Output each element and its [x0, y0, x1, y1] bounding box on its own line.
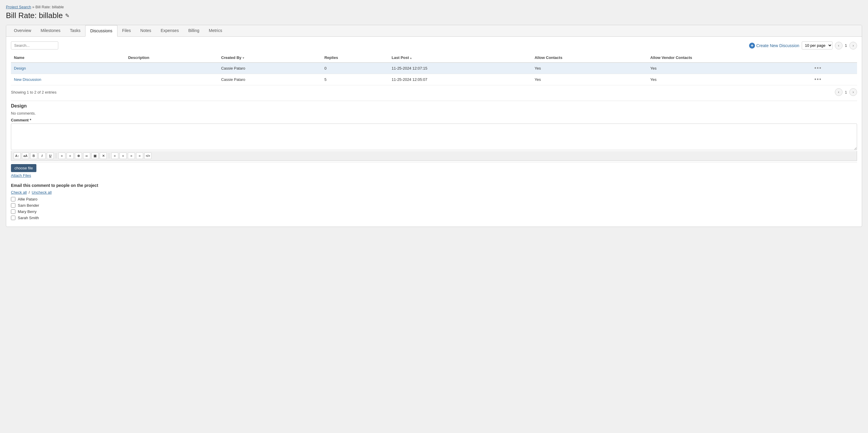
create-discussion-button[interactable]: + Create New Discussion [749, 42, 799, 49]
file-section: choose file Attach Files [11, 162, 857, 179]
check-uncheck-links: Check all / Uncheck all [11, 190, 857, 195]
next-page-button-bottom[interactable]: › [849, 88, 857, 96]
toolbar-align-center-btn[interactable]: ≡ [120, 152, 127, 159]
email-section: Email this comment to people on the proj… [11, 183, 857, 220]
checkbox-allie-pataro[interactable] [11, 197, 16, 201]
toolbar-font-small-btn[interactable]: aA [22, 152, 29, 159]
person-name-sarah-smith: Sarah Smith [18, 215, 39, 220]
toolbar-image-btn[interactable]: ▣ [91, 152, 98, 159]
tab-files[interactable]: Files [118, 25, 136, 37]
row-actions[interactable]: ••• [811, 62, 857, 74]
toolbar-list2-btn[interactable]: ≡ [67, 152, 74, 159]
toolbar-separator-1 [56, 153, 56, 158]
choose-file-button[interactable]: choose file [11, 164, 36, 172]
toolbar-underline-btn[interactable]: U [47, 152, 54, 159]
table-row: New Discussion Cassie Pataro 5 11-25-202… [11, 74, 857, 85]
toolbar-font-size-btn[interactable]: A↕ [13, 152, 21, 159]
toolbar-link-btn[interactable]: ⊕ [75, 152, 82, 159]
toolbar-list-btn[interactable]: ≡ [58, 152, 65, 159]
table-body: Design Cassie Pataro 0 11-25-2024 12:07:… [11, 62, 857, 85]
attach-files-link[interactable]: Attach Files [11, 173, 857, 178]
toolbar-separator-2 [109, 153, 109, 158]
toolbar-code-btn[interactable]: </> [144, 152, 152, 159]
breadcrumb-project-search[interactable]: Project Search [6, 5, 31, 9]
prev-page-button-top[interactable]: ‹ [835, 42, 842, 50]
tab-discussions[interactable]: Discussions [85, 25, 118, 37]
row-last-post: 11-25-2024 12:05:07 [389, 74, 532, 85]
row-last-post: 11-25-2024 12:07:15 [389, 62, 532, 74]
entries-info-text: Showing 1 to 2 of 2 entries [11, 90, 57, 94]
sort-arrow-last-post: ▴ [410, 56, 411, 60]
toolbar-align-justify-btn[interactable]: ≡ [136, 152, 143, 159]
row-actions-icon[interactable]: ••• [814, 77, 822, 82]
toolbar-italic-btn[interactable]: I [38, 152, 45, 159]
uncheck-all-link[interactable]: Uncheck all [32, 190, 52, 195]
row-replies: 0 [321, 62, 389, 74]
search-input[interactable] [11, 41, 58, 50]
row-actions-icon[interactable]: ••• [814, 65, 822, 71]
row-allow-vendor-contacts: Yes [647, 74, 811, 85]
tab-overview[interactable]: Overview [9, 25, 36, 37]
toolbar-clear-btn[interactable]: ✕ [100, 152, 107, 159]
current-page-bottom: 1 [844, 90, 848, 94]
toolbar-bold-btn[interactable]: B [30, 152, 37, 159]
comment-textarea[interactable] [11, 123, 857, 150]
breadcrumb-current: Bill Rate: billable [35, 5, 64, 9]
breadcrumb-separator: » [32, 5, 34, 9]
row-allow-vendor-contacts: Yes [647, 62, 811, 74]
col-allow-contacts[interactable]: Allow Contacts [532, 53, 647, 62]
tab-metrics[interactable]: Metrics [204, 25, 227, 37]
discussion-detail: Design No comments. Comment * A↕ aA B I … [11, 101, 857, 220]
col-name[interactable]: Name [11, 53, 125, 62]
toolbar-unlink-btn[interactable]: ∞ [83, 152, 90, 159]
table-row: Design Cassie Pataro 0 11-25-2024 12:07:… [11, 62, 857, 74]
col-last-post[interactable]: Last Post ▴ [389, 53, 532, 62]
table-header: Name Description Created By ▾ Replies [11, 53, 857, 62]
next-page-button-top[interactable]: › [849, 42, 857, 50]
col-replies[interactable]: Replies [321, 53, 389, 62]
col-created-by[interactable]: Created By ▾ [218, 53, 321, 62]
tab-billing[interactable]: Billing [183, 25, 204, 37]
row-name: Design [11, 62, 125, 74]
toolbar-align-right-btn[interactable]: ≡ [128, 152, 135, 159]
col-actions-header [811, 53, 857, 62]
tab-tasks[interactable]: Tasks [65, 25, 85, 37]
discussion-link-new[interactable]: New Discussion [14, 77, 41, 82]
email-person-4: Sarah Smith [11, 215, 857, 220]
email-person-2: Sam Bender [11, 203, 857, 208]
tab-expenses[interactable]: Expenses [156, 25, 183, 37]
prev-page-button-bottom[interactable]: ‹ [835, 88, 842, 96]
tab-notes[interactable]: Notes [135, 25, 156, 37]
slash-separator: / [29, 190, 31, 195]
person-name-mary-berry: Mary Berry [18, 209, 37, 214]
tab-content: + Create New Discussion 10 per page25 pe… [6, 37, 862, 227]
discussion-detail-title: Design [11, 104, 857, 109]
editor-toolbar: A↕ aA B I U ≡ ≡ ⊕ ∞ ▣ ✕ ≡ ≡ ≡ ≡ [11, 151, 857, 161]
row-allow-contacts: Yes [532, 74, 647, 85]
checkbox-mary-berry[interactable] [11, 209, 16, 214]
edit-icon[interactable]: ✎ [65, 12, 69, 19]
check-all-link[interactable]: Check all [11, 190, 27, 195]
col-allow-vendor-contacts[interactable]: Allow Vendor Contacts [647, 53, 811, 62]
discussions-table: Name Description Created By ▾ Replies [11, 53, 857, 85]
top-bar: + Create New Discussion 10 per page25 pe… [11, 41, 857, 50]
row-name: New Discussion [11, 74, 125, 85]
sort-arrow-created-by: ▾ [243, 56, 244, 60]
pagination-top: ‹ 1 › [835, 42, 857, 50]
main-card: Overview Milestones Tasks Discussions Fi… [6, 25, 862, 227]
tab-milestones[interactable]: Milestones [36, 25, 65, 37]
checkbox-sarah-smith[interactable] [11, 215, 16, 220]
per-page-select[interactable]: 10 per page25 per page50 per page [802, 41, 833, 50]
create-discussion-label: Create New Discussion [756, 43, 799, 48]
row-created-by: Cassie Pataro [218, 62, 321, 74]
discussion-link-design[interactable]: Design [14, 66, 26, 70]
checkbox-sam-bender[interactable] [11, 203, 16, 208]
no-comments-text: No comments. [11, 111, 857, 116]
row-replies: 5 [321, 74, 389, 85]
row-actions[interactable]: ••• [811, 74, 857, 85]
row-description [125, 62, 218, 74]
person-name-sam-bender: Sam Bender [18, 203, 39, 208]
col-description[interactable]: Description [125, 53, 218, 62]
toolbar-align-left-btn[interactable]: ≡ [111, 152, 118, 159]
plus-icon: + [749, 42, 755, 49]
